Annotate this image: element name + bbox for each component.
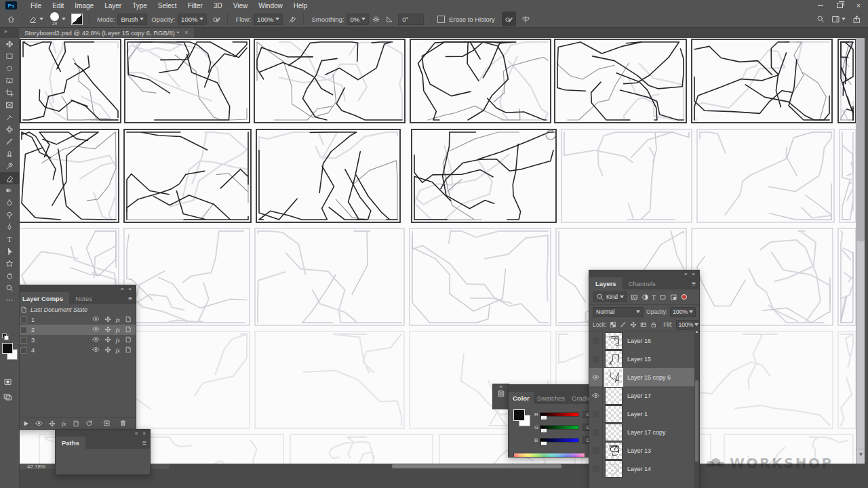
collapse-panel-icon[interactable]: «	[121, 286, 123, 292]
filter-pixel-layers-icon[interactable]	[631, 293, 638, 301]
comp-doc-icon[interactable]	[125, 316, 132, 324]
eye-icon[interactable]	[92, 325, 100, 334]
layer-thumbnail[interactable]	[606, 406, 622, 422]
vertical-scrollbar-thumb[interactable]	[857, 38, 865, 241]
workspace-switcher-icon[interactable]	[831, 15, 846, 24]
filter-shape-layers-icon[interactable]	[659, 293, 667, 301]
layer-thumbnail[interactable]	[606, 333, 622, 349]
layer-thumbnail[interactable]	[606, 424, 622, 441]
appearance-icon[interactable]: fx	[116, 337, 121, 344]
tab-close-icon[interactable]: ×	[184, 29, 188, 36]
update-visibility-icon[interactable]	[35, 420, 43, 427]
tool-marquee-icon[interactable]	[0, 50, 19, 62]
panel-menu-icon[interactable]: ≡	[128, 295, 132, 302]
foreground-background-swatches[interactable]	[2, 343, 17, 359]
lock-pixels-icon[interactable]	[620, 321, 627, 328]
comp-apply-checkbox[interactable]	[20, 317, 27, 323]
panel-menu-icon[interactable]: ≡	[142, 439, 146, 447]
channel-slider[interactable]	[540, 438, 579, 443]
brush-angle-input[interactable]: 0°	[398, 14, 424, 25]
horizontal-scrollbar-thumb[interactable]	[392, 464, 561, 468]
collapsed-panel-dock[interactable]: »	[492, 384, 509, 409]
eye-toggle-empty[interactable]	[593, 466, 599, 472]
blend-mode-dropdown[interactable]: Normal	[593, 307, 644, 317]
layer-row-layer-17[interactable]: Layer 17	[589, 386, 699, 405]
eraser-tool-preset-icon[interactable]	[26, 12, 46, 26]
lock-position-icon[interactable]	[630, 321, 637, 328]
update-appearance-icon[interactable]: fx	[62, 420, 66, 427]
close-panel-icon[interactable]: ×	[128, 286, 132, 292]
tab-gradients[interactable]: Gradients	[568, 392, 590, 404]
visibility-cell[interactable]	[589, 350, 603, 368]
comp-doc-icon[interactable]	[125, 326, 132, 334]
visibility-cell[interactable]	[589, 386, 603, 405]
erase-to-history-checkbox[interactable]: Erase to History	[435, 12, 498, 26]
expand-dock-icon[interactable]: »	[499, 384, 502, 390]
close-panel-icon[interactable]: ×	[142, 430, 146, 436]
appearance-icon[interactable]: fx	[116, 327, 121, 333]
layer-name[interactable]: Layer 1	[627, 411, 648, 418]
tool-zoom-icon[interactable]	[0, 282, 19, 294]
eye-icon[interactable]	[92, 336, 100, 344]
visibility-cell[interactable]	[589, 405, 603, 423]
update-comp-icon[interactable]	[73, 420, 79, 427]
visibility-cell[interactable]	[589, 331, 603, 350]
apply-comp-icon[interactable]	[23, 420, 29, 427]
smoothing-options-gear-icon[interactable]	[369, 12, 383, 26]
delete-comp-icon[interactable]	[119, 420, 127, 427]
brush-preset-picker[interactable]: 29	[50, 12, 59, 26]
layer-name[interactable]: Layer 17	[627, 392, 651, 399]
slider-thumb-icon[interactable]	[541, 429, 547, 432]
tool-custom-shape-icon[interactable]	[0, 258, 19, 270]
menu-item-help[interactable]: Help	[288, 2, 313, 9]
layer-thumbnail[interactable]	[606, 369, 622, 386]
tool-type-icon[interactable]: T	[0, 233, 19, 245]
tab-channels[interactable]: Channels	[623, 277, 662, 289]
mode-dropdown[interactable]: Brush	[117, 14, 147, 25]
layer-row-layer-17-copy[interactable]: Layer 17 copy	[589, 423, 699, 441]
color-spectrum-bar[interactable]	[513, 453, 585, 458]
channel-slider[interactable]	[540, 425, 579, 430]
filter-type-layers-icon[interactable]: T	[652, 293, 656, 301]
comp-doc-icon[interactable]	[125, 346, 132, 354]
layer-comp-row-1[interactable]: 1 fx	[16, 314, 136, 325]
tool-clone-stamp-icon[interactable]	[0, 148, 19, 160]
menu-item-select[interactable]: Select	[153, 2, 182, 9]
slider-thumb-icon[interactable]	[541, 416, 547, 420]
menu-item-layer[interactable]: Layer	[99, 2, 127, 9]
tool-eyedropper-icon[interactable]	[0, 111, 19, 123]
layer-comp-row-3[interactable]: 3 fx	[16, 335, 136, 345]
tab-layers[interactable]: Layers	[589, 277, 623, 289]
menu-item-file[interactable]: File	[25, 2, 47, 9]
tool-spot-healing-icon[interactable]	[0, 123, 19, 136]
lock-artboard-icon[interactable]	[640, 321, 647, 328]
tool-eraser-icon[interactable]	[0, 172, 19, 184]
eye-icon[interactable]	[592, 390, 599, 402]
tab-layer-comps[interactable]: Layer Comps	[16, 292, 69, 304]
layer-row-layer-15[interactable]: Layer 15	[589, 350, 699, 368]
menu-item-edit[interactable]: Edit	[47, 2, 69, 9]
toolbar-collapse-icon[interactable]: »	[4, 28, 6, 35]
visibility-cell[interactable]	[589, 460, 603, 478]
update-position-icon[interactable]	[49, 420, 56, 427]
layer-row-layer-13[interactable]: Layer 13	[589, 441, 699, 460]
visibility-cell[interactable]	[589, 441, 603, 460]
comp-apply-checkbox[interactable]	[20, 327, 27, 333]
tool-move-icon[interactable]	[0, 38, 19, 50]
layer-row-layer-15-copy-6[interactable]: Layer 15 copy 6	[589, 368, 699, 386]
eye-icon[interactable]	[92, 315, 100, 324]
menu-item-type[interactable]: Type	[127, 2, 153, 9]
menu-item-window[interactable]: Window	[253, 2, 288, 9]
tool-brush-icon[interactable]	[0, 136, 19, 148]
layer-thumbnail[interactable]	[606, 351, 622, 367]
menu-item-view[interactable]: View	[228, 2, 254, 9]
layer-row-layer-1[interactable]: Layer 1	[589, 405, 699, 423]
refresh-comp-icon[interactable]	[85, 420, 93, 427]
home-icon[interactable]	[4, 12, 18, 26]
foreground-color-swatch[interactable]	[2, 343, 13, 354]
eye-toggle-empty[interactable]	[593, 447, 599, 454]
panel-menu-icon[interactable]: ≡	[692, 280, 696, 287]
vertical-scrollbar[interactable]: ▼	[856, 38, 865, 464]
tool-path-selection-icon[interactable]	[0, 245, 19, 258]
menu-item-image[interactable]: Image	[69, 2, 99, 9]
